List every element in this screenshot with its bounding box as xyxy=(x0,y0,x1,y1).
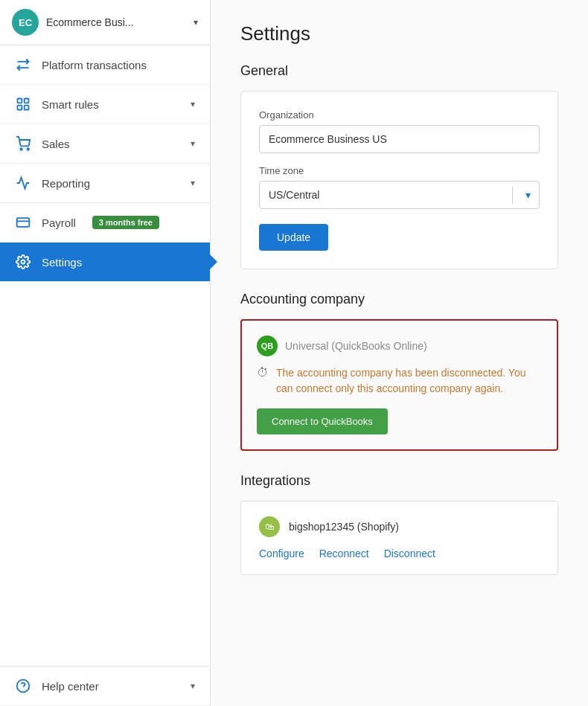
svg-rect-4 xyxy=(18,106,22,110)
accounting-card: QB Universal (QuickBooks Online) ⏱ The a… xyxy=(240,319,558,451)
general-section-title: General xyxy=(240,63,558,79)
integration-header: 🛍 bigshop12345 (Shopify) xyxy=(259,516,540,537)
sidebar-item-settings[interactable]: Settings xyxy=(0,243,210,282)
timezone-label: Time zone xyxy=(259,165,540,176)
integrations-section-title: Integrations xyxy=(240,473,558,489)
svg-point-6 xyxy=(20,148,22,150)
accounting-company-name: Universal (QuickBooks Online) xyxy=(285,340,427,352)
sidebar-label-sales: Sales xyxy=(42,138,70,150)
organization-label: Organization xyxy=(259,109,540,121)
integration-name: bigshop12345 (Shopify) xyxy=(289,521,399,533)
svg-rect-5 xyxy=(25,106,29,110)
sidebar-label-smart-rules: Smart rules xyxy=(42,98,99,111)
sidebar-label-reporting: Reporting xyxy=(42,177,90,190)
warning-icon: ⏱ xyxy=(257,366,269,379)
integration-links: Configure Reconnect Disconnect xyxy=(259,548,540,559)
main-content: Settings General Organization Time zone … xyxy=(211,0,588,706)
active-arrow xyxy=(207,251,217,272)
chevron-icon: ▾ xyxy=(191,99,195,109)
sidebar-item-platform-transactions[interactable]: Platform transactions xyxy=(0,45,210,85)
accounting-header: QB Universal (QuickBooks Online) xyxy=(257,336,542,356)
select-divider xyxy=(512,187,513,204)
org-switcher[interactable]: EC Ecommerce Busi... ▾ xyxy=(0,0,210,45)
transactions-icon xyxy=(15,57,31,72)
connect-quickbooks-button[interactable]: Connect to QuickBooks xyxy=(257,408,388,434)
warning-text: The accounting company has been disconne… xyxy=(276,365,542,397)
svg-point-7 xyxy=(27,148,28,150)
chevron-icon: ▾ xyxy=(191,681,195,691)
shopify-icon: 🛍 xyxy=(259,516,280,537)
general-card: Organization Time zone US/Central US/Eas… xyxy=(240,91,558,269)
page-title: Settings xyxy=(240,22,558,45)
chevron-down-icon: ▾ xyxy=(194,17,198,28)
org-name: Ecommerce Busi... xyxy=(46,16,186,28)
integration-card: 🛍 bigshop12345 (Shopify) Configure Recon… xyxy=(240,501,558,575)
reporting-icon xyxy=(15,176,31,190)
sidebar-item-smart-rules[interactable]: Smart rules ▾ xyxy=(0,85,210,124)
help-icon xyxy=(15,678,31,693)
sidebar-label-help: Help center xyxy=(42,680,99,693)
sidebar-item-payroll[interactable]: Payroll 3 months free xyxy=(0,203,210,243)
timezone-select[interactable]: US/Central US/Eastern US/Pacific US/Moun… xyxy=(259,181,540,209)
sidebar-label-platform-transactions: Platform transactions xyxy=(42,59,147,71)
sidebar-item-help-center[interactable]: Help center ▾ xyxy=(0,666,210,706)
sidebar-item-sales[interactable]: Sales ▾ xyxy=(0,124,210,164)
chevron-icon: ▾ xyxy=(191,138,195,149)
payroll-icon xyxy=(15,215,31,230)
timezone-wrapper: US/Central US/Eastern US/Pacific US/Moun… xyxy=(259,181,540,209)
configure-button[interactable]: Configure xyxy=(259,548,304,559)
svg-rect-2 xyxy=(18,99,22,103)
update-button[interactable]: Update xyxy=(259,224,328,251)
svg-point-10 xyxy=(22,260,25,264)
quickbooks-icon: QB xyxy=(257,336,278,356)
sidebar-item-reporting[interactable]: Reporting ▾ xyxy=(0,164,210,203)
disconnect-button[interactable]: Disconnect xyxy=(384,548,435,559)
sales-icon xyxy=(15,136,31,151)
avatar: EC xyxy=(12,9,39,36)
warning-row: ⏱ The accounting company has been discon… xyxy=(257,365,542,397)
chevron-icon: ▾ xyxy=(191,178,195,188)
accounting-section-title: Accounting company xyxy=(240,292,558,307)
svg-rect-3 xyxy=(25,99,29,103)
sidebar-label-payroll: Payroll xyxy=(42,216,76,229)
organization-input[interactable] xyxy=(259,125,540,153)
reconnect-button[interactable]: Reconnect xyxy=(319,548,369,559)
payroll-badge: 3 months free xyxy=(92,216,159,229)
svg-rect-8 xyxy=(17,218,30,227)
settings-icon xyxy=(15,254,31,269)
smart-rules-icon xyxy=(15,97,31,112)
sidebar-label-settings: Settings xyxy=(42,256,82,269)
sidebar: EC Ecommerce Busi... ▾ Platform transact… xyxy=(0,0,211,706)
